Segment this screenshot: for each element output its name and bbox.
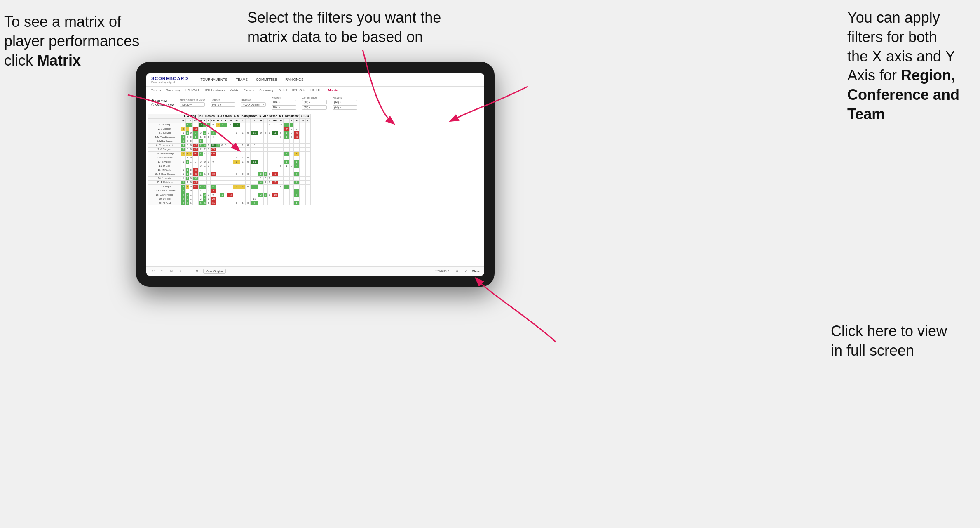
matrix-cell: 1 (185, 176, 189, 180)
matrix-cell (233, 147, 240, 151)
matrix-cell: 1 (185, 156, 189, 160)
nav-tournaments[interactable]: TOURNAMENTS (200, 78, 227, 82)
toolbar-undo[interactable]: ↩ (150, 269, 156, 273)
toolbar-watch[interactable]: 👁 Watch ▾ (433, 269, 450, 273)
matrix-cell: 0 (233, 160, 240, 164)
table-row: 1. W Ding12011110-212017011302 (148, 123, 311, 127)
conference-select1[interactable]: (All) ▾ (302, 100, 327, 104)
sub-nav-matrix-left[interactable]: Matrix (230, 88, 239, 92)
sh-t6: T (290, 118, 294, 123)
matrix-cell (251, 176, 258, 180)
matrix-cell: 2 (193, 131, 199, 135)
matrix-cell: 1 (185, 172, 189, 176)
matrix-cell: 0 (245, 172, 251, 176)
matrix-cell: -15 (227, 193, 233, 197)
matrix-cell (220, 139, 224, 143)
conference-select2[interactable]: (All) ▾ (302, 105, 327, 110)
matrix-cell (290, 156, 294, 160)
matrix-cell: 1 (263, 180, 267, 184)
matrix-cell: 0 (189, 172, 193, 176)
matrix-cell (181, 123, 186, 127)
matrix-cell: 0 (198, 164, 203, 168)
toolbar-view[interactable]: View: Original (203, 269, 226, 274)
nav-committee[interactable]: COMMITTEE (256, 78, 277, 82)
table-row: 16. K Vilips310-2522043308050 (148, 184, 311, 189)
toolbar-zoom-in[interactable]: + (178, 269, 183, 273)
max-players-select[interactable]: Top 25 ▾ (180, 102, 205, 107)
toolbar-redo[interactable]: ↪ (159, 269, 165, 273)
full-view-radio[interactable]: Full View (151, 99, 174, 102)
matrix-cell (240, 135, 246, 139)
matrix-cell: 1 (181, 168, 186, 172)
players-select1[interactable]: (All) ▾ (333, 100, 357, 104)
matrix-cell (216, 164, 220, 168)
matrix-cell: 0 (203, 135, 207, 139)
sub-nav-summary[interactable]: Summary (166, 88, 180, 92)
sub-nav-players[interactable]: Players (244, 88, 255, 92)
toolbar-fit[interactable]: ⊡ (169, 269, 174, 273)
matrix-cell (227, 164, 233, 168)
matrix-cell (227, 197, 233, 201)
toolbar-share-btn[interactable]: Share (472, 270, 480, 273)
matrix-cell (290, 189, 294, 193)
matrix-cell (284, 168, 290, 172)
toolbar-zoom-out[interactable]: − (186, 269, 191, 273)
toolbar-settings[interactable]: ⚙ (194, 269, 200, 273)
toolbar-fullscreen[interactable]: ⤢ (463, 269, 469, 273)
players-select2[interactable]: (All) ▾ (333, 105, 357, 110)
table-row: 6. C Lamprecht300-16241243001106 (148, 143, 311, 147)
sub-nav-h2h-grid2[interactable]: H2H Grid (292, 88, 305, 92)
matrix-cell (210, 127, 216, 131)
full-view-label: Full View (155, 99, 167, 102)
sub-nav-summary2[interactable]: Summary (259, 88, 273, 92)
matrix-cell (233, 197, 240, 201)
matrix-cell (272, 197, 278, 201)
matrix-cell: 2 (181, 147, 186, 151)
matrix-cell: 0 (203, 160, 207, 164)
matrix-cell: 1 (207, 160, 211, 164)
matrix-cell: 1 (189, 193, 193, 197)
gender-select[interactable]: Men's ▾ (211, 102, 235, 107)
matrix-cell (227, 156, 233, 160)
matrix-cell: 1 (284, 135, 290, 139)
matrix-cell (263, 164, 267, 168)
matrix-cell: 11 (251, 160, 258, 164)
matrix-cell (216, 189, 220, 193)
matrix-cell (290, 193, 294, 197)
sub-nav-h2h-heatmap[interactable]: H2H Heatmap (204, 88, 225, 92)
matrix-cell (227, 139, 233, 143)
region-select2[interactable]: N/A ▾ (272, 105, 296, 110)
sub-nav-detail[interactable]: Detail (279, 88, 287, 92)
region-select1[interactable]: N/A ▾ (272, 100, 296, 104)
division-select[interactable]: NCAA Division I ▾ (241, 102, 266, 107)
matrix-cell: 1 (278, 135, 284, 139)
matrix-cell (216, 151, 220, 156)
compact-view-label: Compact View (155, 103, 174, 106)
table-row: 20. M Ford201331-1101071 (148, 201, 311, 205)
max-players-filter: Max players in view Top 25 ▾ (180, 99, 205, 107)
matrix-cell (258, 156, 263, 160)
row-name-cell: 17. S De La Fuente (148, 189, 181, 193)
matrix-cell (290, 160, 294, 164)
max-players-label: Max players in view (180, 99, 205, 101)
matrix-cell (300, 197, 306, 201)
matrix-cell (251, 193, 258, 197)
toolbar-share-icon[interactable]: ⊡ (454, 269, 460, 273)
compact-view-radio[interactable]: Compact View (151, 103, 174, 106)
matrix-cell (245, 123, 251, 127)
matrix-cell: 2 (224, 123, 227, 127)
sub-nav-h2h-grid[interactable]: H2H Grid (185, 88, 199, 92)
matrix-cell: 0 (233, 201, 240, 205)
matrix-cell: 2 (210, 131, 216, 135)
sub-nav-h2h-h[interactable]: H2H H... (310, 88, 323, 92)
matrix-cell (224, 135, 227, 139)
nav-teams[interactable]: TEAMS (236, 78, 248, 82)
nav-rankings[interactable]: RANKINGS (285, 78, 303, 82)
sub-nav-teams[interactable]: Teams (151, 88, 161, 92)
matrix-cell (203, 180, 207, 184)
matrix-cell (210, 156, 216, 160)
matrix-cell (263, 160, 267, 164)
sub-nav-matrix-active[interactable]: Matrix (328, 88, 338, 92)
matrix-cell (193, 164, 199, 168)
matrix-cell: 2 (290, 123, 294, 127)
